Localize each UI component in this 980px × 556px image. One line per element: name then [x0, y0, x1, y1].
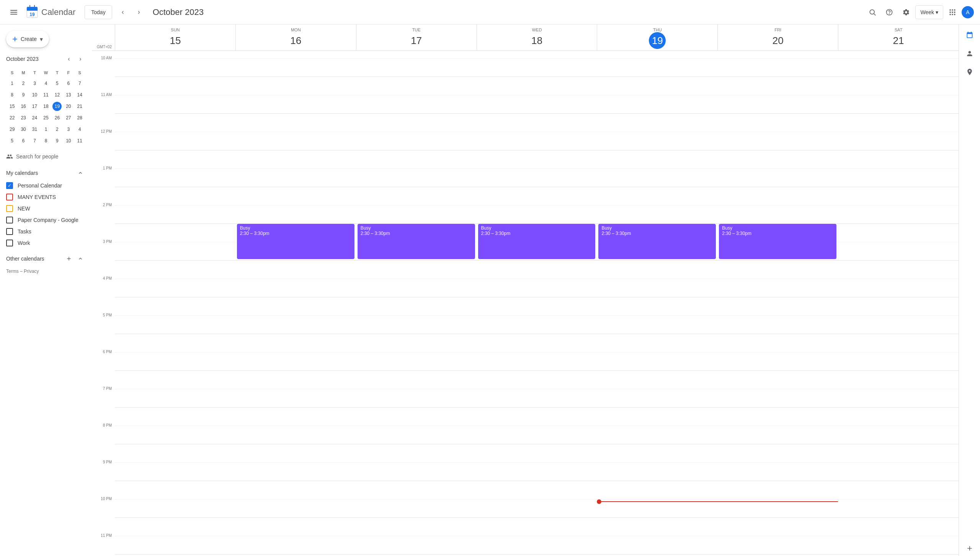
mini-cal-day[interactable]: 2: [18, 78, 28, 89]
time-slot[interactable]: [115, 389, 235, 408]
time-slot[interactable]: [235, 389, 356, 408]
mini-cal-day[interactable]: 13: [63, 90, 74, 100]
calendar-item[interactable]: Work: [0, 237, 89, 249]
time-slot[interactable]: [477, 261, 597, 279]
time-slot[interactable]: [356, 51, 477, 59]
time-slot[interactable]: [597, 334, 717, 352]
time-slot[interactable]: [477, 554, 597, 556]
time-slot[interactable]: [717, 352, 838, 371]
calendar-checkbox[interactable]: [6, 240, 13, 246]
calendar-checkbox[interactable]: [6, 194, 13, 201]
calendar-checkbox[interactable]: [6, 217, 13, 223]
time-slot[interactable]: [717, 316, 838, 334]
time-slot[interactable]: [115, 408, 235, 426]
event-block[interactable]: Busy2:30 – 3:30pm: [598, 224, 716, 259]
mini-cal-day[interactable]: 4: [41, 78, 51, 89]
time-slot[interactable]: [235, 150, 356, 169]
time-slot[interactable]: [115, 224, 235, 242]
mini-cal-day[interactable]: 1: [7, 78, 17, 89]
mini-cal-day[interactable]: 4: [75, 124, 85, 135]
time-slot[interactable]: [838, 352, 959, 371]
time-slot[interactable]: [477, 408, 597, 426]
mini-cal-day[interactable]: 16: [18, 101, 28, 112]
time-slot[interactable]: [838, 77, 959, 95]
calendar-item[interactable]: NEW: [0, 203, 89, 214]
time-slot[interactable]: [477, 95, 597, 114]
time-slot[interactable]: [477, 150, 597, 169]
time-slot[interactable]: [356, 426, 477, 444]
time-slot[interactable]: [235, 297, 356, 316]
time-slot[interactable]: [115, 242, 235, 261]
time-slot[interactable]: [717, 408, 838, 426]
day-number[interactable]: 20: [769, 32, 786, 49]
time-slot[interactable]: [597, 77, 717, 95]
time-slot[interactable]: [115, 51, 235, 59]
right-panel-calendar-button[interactable]: [962, 28, 977, 43]
time-slot[interactable]: [477, 132, 597, 150]
time-slot[interactable]: [356, 389, 477, 408]
time-slot[interactable]: [235, 426, 356, 444]
time-slot[interactable]: [838, 51, 959, 59]
time-slot[interactable]: [838, 187, 959, 205]
time-slot[interactable]: [838, 408, 959, 426]
time-slot[interactable]: [597, 536, 717, 554]
apps-button[interactable]: [945, 5, 960, 20]
create-button[interactable]: + Create ▾: [6, 31, 49, 47]
time-slot[interactable]: [597, 205, 717, 224]
time-slot[interactable]: [235, 205, 356, 224]
time-slot[interactable]: [356, 114, 477, 132]
time-slot[interactable]: [477, 51, 597, 59]
time-slot[interactable]: [115, 518, 235, 536]
time-slot[interactable]: [356, 481, 477, 499]
time-slot[interactable]: [597, 279, 717, 297]
time-slot[interactable]: [838, 463, 959, 481]
event-block[interactable]: Busy2:30 – 3:30pm: [358, 224, 475, 259]
time-slot[interactable]: [115, 169, 235, 187]
time-slot[interactable]: [356, 444, 477, 463]
time-slot[interactable]: [356, 279, 477, 297]
time-slot[interactable]: [477, 334, 597, 352]
time-slot[interactable]: [477, 59, 597, 77]
time-slot[interactable]: [597, 352, 717, 371]
my-calendars-toggle[interactable]: [75, 168, 86, 178]
mini-cal-day[interactable]: 10: [29, 90, 40, 100]
mini-cal-day[interactable]: 31: [29, 124, 40, 135]
time-slot[interactable]: [597, 59, 717, 77]
time-slot[interactable]: [356, 554, 477, 556]
time-slot[interactable]: [477, 463, 597, 481]
time-slot[interactable]: [597, 463, 717, 481]
mini-cal-next[interactable]: ›: [75, 54, 86, 64]
time-slot[interactable]: [356, 316, 477, 334]
time-slot[interactable]: [597, 51, 717, 59]
time-slot[interactable]: [597, 169, 717, 187]
next-button[interactable]: ›: [131, 5, 147, 20]
time-slot[interactable]: [717, 371, 838, 389]
right-panel-location-button[interactable]: [962, 64, 977, 80]
time-slot[interactable]: [115, 444, 235, 463]
mini-cal-day[interactable]: 17: [29, 101, 40, 112]
other-calendars-toggle[interactable]: [75, 253, 86, 264]
time-slot[interactable]: [115, 426, 235, 444]
time-slot[interactable]: [838, 389, 959, 408]
time-slot[interactable]: [356, 408, 477, 426]
time-slot[interactable]: [356, 334, 477, 352]
time-slot[interactable]: [597, 408, 717, 426]
time-slot[interactable]: [838, 169, 959, 187]
time-slot[interactable]: [235, 536, 356, 554]
mini-cal-day[interactable]: 6: [18, 135, 28, 146]
time-slot[interactable]: [235, 499, 356, 518]
time-slot[interactable]: [717, 169, 838, 187]
time-slot[interactable]: [115, 114, 235, 132]
calendar-checkbox[interactable]: ✓: [6, 182, 13, 189]
day-number[interactable]: 17: [408, 32, 425, 49]
day-number[interactable]: 16: [287, 32, 304, 49]
time-slot[interactable]: [235, 352, 356, 371]
time-slot[interactable]: [838, 316, 959, 334]
terms-link[interactable]: Terms: [6, 269, 19, 274]
event-block[interactable]: Busy2:30 – 3:30pm: [478, 224, 596, 259]
day-header[interactable]: WED18: [477, 24, 597, 51]
mini-cal-day[interactable]: 6: [63, 78, 74, 89]
time-slot[interactable]: [477, 426, 597, 444]
time-slot[interactable]: [356, 352, 477, 371]
time-slot[interactable]: [477, 279, 597, 297]
